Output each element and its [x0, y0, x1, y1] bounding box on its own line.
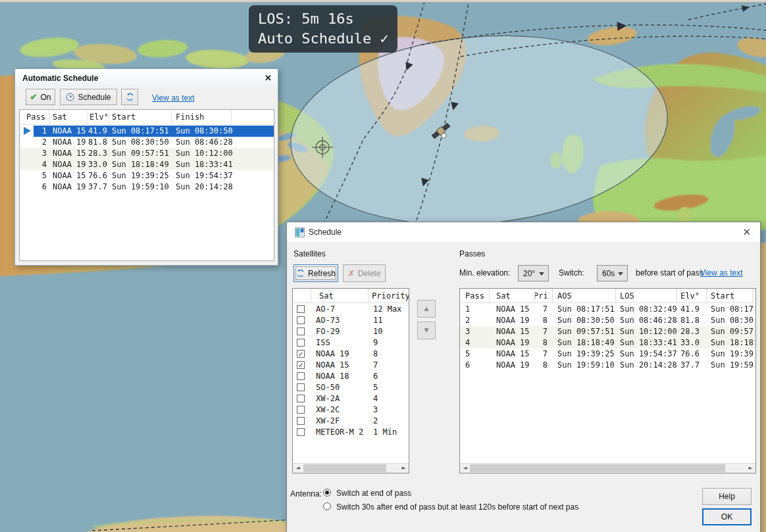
min-elevation-select[interactable]: 20°: [518, 265, 549, 281]
view-as-text-link[interactable]: View as text: [700, 268, 742, 278]
satellite-row[interactable]: NOAA 186: [293, 371, 409, 382]
auto-schedule-row[interactable]: 5NOAA 1576.6Sun 19:39:25Sun 19:54:37: [20, 170, 274, 181]
view-as-text-link[interactable]: View as text: [152, 93, 194, 103]
satellite-checkbox[interactable]: [297, 428, 305, 436]
cell-sat: ISS: [316, 337, 330, 349]
scrollbar-thumb[interactable]: [470, 464, 725, 472]
close-icon[interactable]: ✕: [265, 73, 272, 83]
auto-schedule-row[interactable]: 4NOAA 1933.0Sun 18:18:49Sun 18:33:41: [20, 159, 274, 170]
satellite-row[interactable]: XW-2A4: [293, 393, 409, 404]
cell-los: Sun 18:33:41: [620, 337, 677, 349]
antenna-option-1-label: Switch at end of pass: [336, 489, 411, 498]
close-icon[interactable]: ✕: [742, 226, 751, 238]
down-arrow-icon: ▼: [424, 327, 429, 333]
cell-aos: Sun 08:17:51: [557, 304, 615, 315]
satellite-row[interactable]: XW-2C3: [293, 404, 409, 416]
satellite-row[interactable]: AO-712 Max: [293, 304, 409, 315]
auto-schedule-row[interactable]: 2NOAA 1981.8Sun 08:30:50Sun 08:46:28: [20, 137, 274, 148]
cell-finish: Sun 10:12:00: [176, 148, 233, 159]
pass-row[interactable]: 1NOAA 157Sun 08:17:51Sun 08:32:4941.9Sun…: [460, 304, 755, 315]
move-down-button[interactable]: ▼: [417, 322, 436, 339]
satellite-row[interactable]: FO-2910: [293, 326, 409, 337]
help-button[interactable]: Help: [702, 488, 752, 505]
cell-sat: SO-50: [316, 382, 340, 393]
cell-los: Sun 19:54:37: [620, 349, 677, 360]
satellite-row[interactable]: SO-505: [293, 382, 409, 393]
antenna-option-1-radio[interactable]: [323, 489, 331, 496]
auto-schedule-row[interactable]: 6NOAA 1937.7Sun 19:59:10Sun 20:14:28: [20, 181, 274, 193]
satellite-row[interactable]: XW-2F2: [293, 416, 409, 427]
cell-start: Sun 19:39:25: [112, 170, 169, 181]
scroll-left-icon[interactable]: ◄: [460, 464, 470, 473]
cell-elv: 76.6: [680, 349, 700, 360]
passes-list-header: Pass Sat Pri AOS LOS Elv° Start: [460, 289, 755, 303]
satellite-checkbox[interactable]: [297, 406, 305, 414]
column-separator: [677, 289, 677, 303]
switch-select[interactable]: 60s: [597, 265, 628, 281]
cell-sat: NOAA 19: [496, 360, 530, 371]
cell-start: Sun 08:17:51: [112, 126, 169, 137]
pass-row[interactable]: 2NOAA 198Sun 08:30:50Sun 08:46:2881.8Sun…: [460, 315, 755, 326]
cell-pass: 3: [465, 326, 470, 337]
satellite-checkbox[interactable]: ✓: [297, 350, 305, 358]
satellite-checkbox[interactable]: [297, 305, 305, 313]
header-start: Start: [711, 291, 734, 301]
satellite-checkbox[interactable]: [297, 383, 305, 391]
satellite-checkbox[interactable]: [297, 372, 305, 380]
automatic-schedule-titlebar[interactable]: Automatic Schedule ✕: [15, 69, 278, 87]
check-icon: ✔: [30, 92, 38, 102]
on-button[interactable]: ✔ On: [26, 89, 55, 105]
move-up-button[interactable]: ▲: [417, 300, 436, 318]
satellite-row[interactable]: ✓NOAA 157: [293, 360, 409, 371]
pass-row[interactable]: 5NOAA 157Sun 19:39:25Sun 19:54:3776.6Sun…: [460, 349, 755, 360]
antenna-label: Antenna:: [290, 489, 322, 498]
satellite-checkbox[interactable]: [297, 417, 305, 425]
pass-row[interactable]: 4NOAA 198Sun 18:18:49Sun 18:33:4133.0Sun…: [460, 337, 755, 349]
satellite-row[interactable]: AO-7311: [293, 315, 409, 326]
refresh-button[interactable]: Refresh: [294, 264, 338, 282]
column-separator: [171, 110, 172, 125]
satellite-checkbox[interactable]: [297, 327, 305, 335]
column-separator: [231, 110, 232, 125]
column-separator: [49, 110, 50, 125]
satellite-checkbox[interactable]: [297, 339, 305, 347]
scroll-left-icon[interactable]: ◄: [293, 464, 303, 473]
cell-priority: 4: [373, 393, 378, 404]
schedule-button[interactable]: Schedule: [60, 89, 117, 105]
pass-row[interactable]: 3NOAA 157Sun 09:57:51Sun 10:12:0028.3Sun…: [460, 326, 755, 337]
header-sat: Sat: [319, 291, 334, 301]
cell-start: Sun 09:57:51: [112, 148, 169, 159]
satellite-checkbox[interactable]: [297, 395, 305, 402]
auto-schedule-row[interactable]: 1NOAA 1541.9Sun 08:17:51Sun 08:30:50: [20, 126, 274, 137]
cell-priority: 9: [373, 337, 378, 349]
ok-button[interactable]: OK: [702, 508, 752, 525]
delete-button-label: Delete: [358, 269, 381, 278]
pass-row[interactable]: 6NOAA 198Sun 19:59:10Sun 20:14:2837.7Sun…: [460, 360, 755, 371]
cell-sat: NOAA 19: [496, 315, 530, 326]
cell-pri: 8: [528, 315, 548, 326]
refresh-button[interactable]: [121, 89, 138, 105]
satellite-row[interactable]: ISS9: [293, 337, 409, 349]
scroll-right-icon[interactable]: ►: [399, 464, 409, 473]
satellites-list: Sat Priority AO-712 MaxAO-7311FO-2910ISS…: [292, 288, 409, 473]
chevron-down-icon: [618, 272, 623, 276]
delete-button[interactable]: ✗ Delete: [343, 264, 386, 282]
antenna-option-2-radio[interactable]: [323, 502, 331, 510]
passes-list: Pass Sat Pri AOS LOS Elv° Start 1NOAA 15…: [459, 288, 756, 473]
passes-label: Passes: [459, 249, 485, 258]
satellite-row[interactable]: METEOR-M 21 Min: [293, 427, 409, 438]
satellite-checkbox[interactable]: ✓: [297, 361, 305, 369]
selected-row-marker-icon: [24, 127, 31, 135]
scroll-right-icon[interactable]: ►: [746, 464, 755, 473]
satellite-row[interactable]: ✓NOAA 198: [293, 349, 409, 360]
schedule-dialog-titlebar[interactable]: Schedule ✕: [287, 222, 760, 242]
cell-elv: 37.7: [680, 360, 700, 371]
cell-elv: 41.9: [680, 304, 700, 315]
up-arrow-icon: ▲: [424, 305, 429, 312]
ok-button-label: OK: [721, 512, 732, 521]
cell-start: Sun 08:17:: [711, 304, 755, 315]
satellite-checkbox[interactable]: [297, 316, 305, 324]
scrollbar-thumb[interactable]: [303, 464, 386, 472]
cell-priority: 1 Min: [373, 427, 397, 438]
auto-schedule-row[interactable]: 3NOAA 1528.3Sun 09:57:51Sun 10:12:00: [20, 148, 274, 159]
